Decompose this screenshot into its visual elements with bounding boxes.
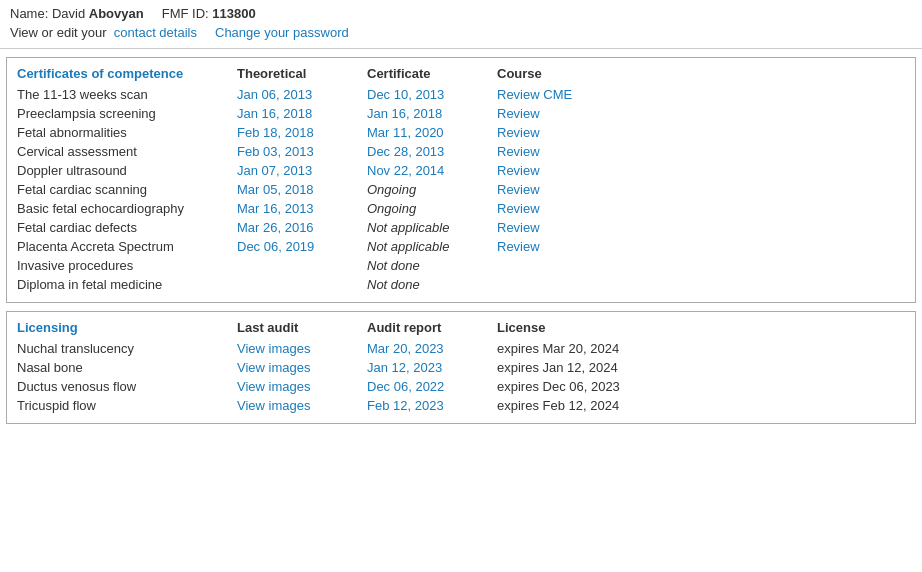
course-review-link[interactable]: Review xyxy=(497,201,540,216)
cert-row: The 11-13 weeks scanJan 06, 2013Dec 10, … xyxy=(17,85,905,104)
cert-label: Preeclampsia screening xyxy=(17,104,237,123)
cert-theoretical: Mar 05, 2018 xyxy=(237,180,367,199)
lic-audit-report: Jan 12, 2023 xyxy=(367,358,497,377)
cert-course xyxy=(497,275,905,294)
cert-theoretical xyxy=(237,256,367,275)
cert-certificate: Not done xyxy=(367,256,497,275)
cert-certificate: Nov 22, 2014 xyxy=(367,161,497,180)
lic-last-audit[interactable]: View images xyxy=(237,396,367,415)
cert-row: Fetal cardiac defectsMar 26, 2016Not app… xyxy=(17,218,905,237)
name-prefix: Name: David xyxy=(10,6,89,21)
course-review-link[interactable]: Review xyxy=(497,239,540,254)
lic-last-audit[interactable]: View images xyxy=(237,377,367,396)
lic-row: Nasal boneView imagesJan 12, 2023expires… xyxy=(17,358,905,377)
cert-label: Fetal abnormalities xyxy=(17,123,237,142)
view-images-link[interactable]: View images xyxy=(237,398,310,413)
col-header-course: Course xyxy=(497,66,905,85)
cert-row: Preeclampsia screeningJan 16, 2018Jan 16… xyxy=(17,104,905,123)
cert-label: Invasive procedures xyxy=(17,256,237,275)
cert-course: Review xyxy=(497,218,905,237)
course-review-link[interactable]: Review xyxy=(497,220,540,235)
header-section: Name: David Abovyan FMF ID: 113800 View … xyxy=(0,0,922,49)
view-images-link[interactable]: View images xyxy=(237,379,310,394)
col-header-licensing: Licensing xyxy=(17,320,237,339)
cert-certificate: Not done xyxy=(367,275,497,294)
lic-label: Nasal bone xyxy=(17,358,237,377)
licensing-section: Licensing Last audit Audit report Licens… xyxy=(6,311,916,424)
course-review-link[interactable]: Review xyxy=(497,182,540,197)
course-cme-link[interactable]: CME xyxy=(543,87,572,102)
contact-details-link[interactable]: contact details xyxy=(114,25,197,40)
fmf-label: FMF ID: xyxy=(162,6,213,21)
lic-label: Ductus venosus flow xyxy=(17,377,237,396)
view-images-link[interactable]: View images xyxy=(237,341,310,356)
cert-certificate: Mar 11, 2020 xyxy=(367,123,497,142)
cert-theoretical: Mar 26, 2016 xyxy=(237,218,367,237)
col-header-theoretical: Theoretical xyxy=(237,66,367,85)
cert-row: Diploma in fetal medicineNot done xyxy=(17,275,905,294)
cert-theoretical: Dec 06, 2019 xyxy=(237,237,367,256)
course-review-link[interactable]: Review xyxy=(497,125,540,140)
lic-last-audit[interactable]: View images xyxy=(237,339,367,358)
cert-label: Fetal cardiac scanning xyxy=(17,180,237,199)
lic-license: expires Dec 06, 2023 xyxy=(497,377,905,396)
cert-row: Fetal cardiac scanningMar 05, 2018Ongoin… xyxy=(17,180,905,199)
cert-certificate: Jan 16, 2018 xyxy=(367,104,497,123)
lic-audit-report: Mar 20, 2023 xyxy=(367,339,497,358)
cert-course: Review xyxy=(497,180,905,199)
col-header-competence: Certificates of competence xyxy=(17,66,237,85)
cert-label: Diploma in fetal medicine xyxy=(17,275,237,294)
cert-theoretical: Jan 07, 2013 xyxy=(237,161,367,180)
certificates-section: Certificates of competence Theoretical C… xyxy=(6,57,916,303)
cert-theoretical: Jan 06, 2013 xyxy=(237,85,367,104)
cert-course: Review xyxy=(497,142,905,161)
fmf-id: 113800 xyxy=(212,6,255,21)
lic-row: Ductus venosus flowView imagesDec 06, 20… xyxy=(17,377,905,396)
course-review-link[interactable]: Review xyxy=(497,144,540,159)
view-images-link[interactable]: View images xyxy=(237,360,310,375)
name-line: Name: David Abovyan FMF ID: 113800 xyxy=(10,6,912,21)
view-edit-prefix: View or edit your xyxy=(10,25,107,40)
licensing-table: Licensing Last audit Audit report Licens… xyxy=(17,320,905,415)
cert-certificate: Ongoing xyxy=(367,180,497,199)
cert-certificate: Dec 10, 2013 xyxy=(367,85,497,104)
cert-row: Basic fetal echocardiographyMar 16, 2013… xyxy=(17,199,905,218)
cert-row: Placenta Accreta SpectrumDec 06, 2019Not… xyxy=(17,237,905,256)
cert-course: Review CME xyxy=(497,85,905,104)
lic-license: expires Jan 12, 2024 xyxy=(497,358,905,377)
lic-audit-report: Feb 12, 2023 xyxy=(367,396,497,415)
cert-certificate: Dec 28, 2013 xyxy=(367,142,497,161)
cert-label: The 11-13 weeks scan xyxy=(17,85,237,104)
course-review-link[interactable]: Review xyxy=(497,106,540,121)
col-header-audit-report: Audit report xyxy=(367,320,497,339)
course-review-link[interactable]: Review xyxy=(497,87,540,102)
cert-theoretical: Jan 16, 2018 xyxy=(237,104,367,123)
course-review-link[interactable]: Review xyxy=(497,163,540,178)
cert-course: Review xyxy=(497,123,905,142)
certificates-table: Certificates of competence Theoretical C… xyxy=(17,66,905,294)
cert-certificate: Ongoing xyxy=(367,199,497,218)
lic-row: Nuchal translucencyView imagesMar 20, 20… xyxy=(17,339,905,358)
cert-label: Doppler ultrasound xyxy=(17,161,237,180)
cert-theoretical xyxy=(237,275,367,294)
lic-audit-report: Dec 06, 2022 xyxy=(367,377,497,396)
links-line: View or edit your contact details Change… xyxy=(10,25,912,40)
cert-course: Review xyxy=(497,199,905,218)
cert-theoretical: Mar 16, 2013 xyxy=(237,199,367,218)
lic-label: Tricuspid flow xyxy=(17,396,237,415)
cert-label: Cervical assessment xyxy=(17,142,237,161)
cert-row: Invasive proceduresNot done xyxy=(17,256,905,275)
cert-course: Review xyxy=(497,237,905,256)
col-header-license: License xyxy=(497,320,905,339)
change-password-link[interactable]: Change your password xyxy=(215,25,349,40)
lic-row: Tricuspid flowView imagesFeb 12, 2023exp… xyxy=(17,396,905,415)
cert-theoretical: Feb 03, 2013 xyxy=(237,142,367,161)
lic-license: expires Feb 12, 2024 xyxy=(497,396,905,415)
cert-certificate: Not applicable xyxy=(367,218,497,237)
cert-course xyxy=(497,256,905,275)
lic-label: Nuchal translucency xyxy=(17,339,237,358)
cert-row: Doppler ultrasoundJan 07, 2013Nov 22, 20… xyxy=(17,161,905,180)
lic-license: expires Mar 20, 2024 xyxy=(497,339,905,358)
cert-label: Placenta Accreta Spectrum xyxy=(17,237,237,256)
lic-last-audit[interactable]: View images xyxy=(237,358,367,377)
